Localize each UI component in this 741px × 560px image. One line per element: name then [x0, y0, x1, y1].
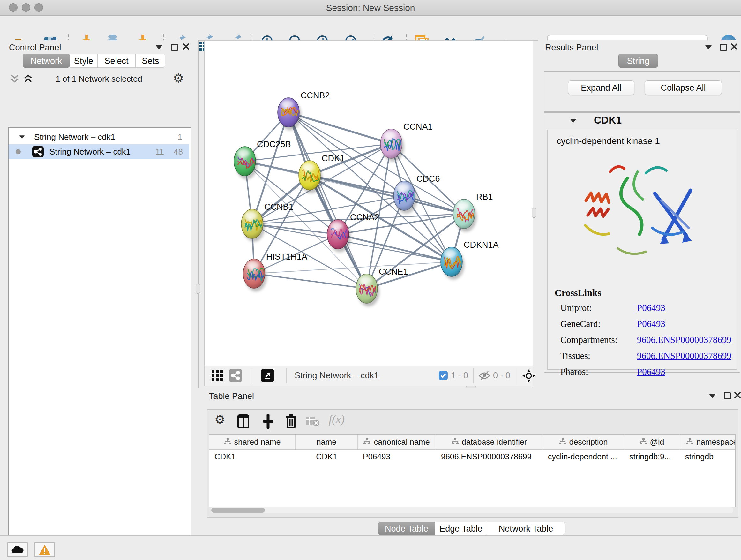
table-cell: P06493 — [358, 450, 436, 463]
crosslink-label: Pharos: — [560, 367, 637, 377]
right-splitter-handle[interactable] — [532, 207, 536, 218]
column-header[interactable]: @id — [624, 435, 680, 449]
crosslink-row: Uniprot:P06493 — [560, 303, 733, 313]
add-column-icon[interactable] — [261, 415, 275, 431]
network-view-title: String Network – cdk1 — [294, 371, 379, 381]
tab-edge-table[interactable]: Edge Table — [435, 522, 487, 535]
close-panel-icon[interactable] — [734, 392, 741, 399]
node-label: CDC25B — [257, 139, 291, 149]
crosslink-label: GeneCard: — [560, 319, 637, 329]
window-title: Session: New Session — [0, 3, 741, 13]
network-node-count: 11 — [155, 147, 164, 157]
column-header[interactable]: description — [543, 435, 624, 449]
column-header[interactable]: name — [295, 435, 358, 449]
collapse-all-networks-icon[interactable] — [10, 74, 20, 84]
network-view-icon[interactable] — [229, 369, 242, 382]
column-header[interactable]: shared name — [209, 435, 295, 449]
column-type-icon — [686, 437, 693, 447]
delete-table-icon-disabled — [306, 416, 320, 432]
show-columns-icon[interactable] — [237, 414, 250, 430]
column-type-icon — [224, 437, 231, 447]
network-edge[interactable] — [310, 175, 464, 214]
network-selection-status: 1 of 1 Network selected — [45, 74, 153, 84]
crosslink-link[interactable]: 9606.ENSP00000378699 — [637, 334, 731, 345]
scrollbar-thumb[interactable] — [211, 508, 265, 513]
crosslink-row: Pharos:P06493 — [560, 367, 733, 377]
left-splitter-handle[interactable] — [196, 284, 200, 294]
node-table: shared namenamecanonical namedatabase id… — [209, 434, 736, 507]
node-label: CDK1 — [322, 153, 345, 163]
expand-all-button[interactable]: Expand All — [568, 80, 634, 95]
crosslink-label: Uniprot: — [560, 303, 637, 313]
column-type-icon — [640, 437, 647, 447]
gene-description: cyclin-dependent kinase 1 — [556, 136, 660, 146]
detach-view-icon[interactable] — [261, 369, 274, 382]
cloud-icon — [11, 545, 24, 555]
table-horizontal-scrollbar[interactable] — [211, 507, 733, 513]
tab-select[interactable]: Select — [97, 54, 136, 68]
collapse-all-button[interactable]: Collapse All — [645, 80, 722, 95]
float-panel-icon[interactable] — [724, 392, 731, 399]
column-header[interactable]: canonical name — [358, 435, 436, 449]
column-type-icon — [559, 437, 566, 447]
collection-count: 1 — [178, 132, 182, 142]
cloud-button[interactable] — [7, 543, 28, 557]
crosslink-link[interactable]: P06493 — [637, 319, 665, 329]
crosslink-link[interactable]: 9606.ENSP00000378699 — [637, 351, 731, 361]
network-row[interactable]: String Network – cdk1 11 48 — [9, 144, 189, 159]
table-row[interactable]: CDK1CDK1P064939606.ENSP00000378699cyclin… — [209, 450, 735, 463]
table-options-gear-icon[interactable]: ⚙ — [214, 414, 225, 430]
network-edge[interactable] — [288, 112, 367, 289]
warnings-button[interactable] — [35, 543, 55, 557]
birdseye-navigator-icon[interactable] — [522, 369, 536, 383]
float-panel-icon[interactable] — [720, 44, 727, 51]
network-edge[interactable] — [288, 112, 391, 144]
control-panel: Control Panel Network Style Select Sets … — [0, 40, 199, 535]
tab-sets[interactable]: Sets — [136, 54, 165, 68]
status-bar: Memory — [0, 536, 741, 560]
close-panel-icon[interactable] — [731, 43, 738, 50]
network-graph[interactable]: CCNB2CCNA1CDC25BCDK1CDC6RB1CCNB1CCNA2CDK… — [205, 41, 533, 366]
tab-node-table[interactable]: Node Table — [378, 522, 435, 535]
main-toolbar: ? — [0, 16, 741, 41]
node-label: CDC6 — [416, 174, 440, 184]
grid-view-icon[interactable] — [212, 370, 223, 381]
network-node-ccnb2[interactable]: CCNB2 — [278, 91, 330, 130]
expand-all-networks-icon[interactable] — [23, 74, 34, 84]
tab-network[interactable]: Network — [23, 54, 70, 68]
gene-details: cyclin-dependent kinase 1 CrossLinks Uni… — [547, 130, 737, 370]
network-edge[interactable] — [252, 224, 338, 234]
gene-expander-icon[interactable] — [570, 119, 576, 123]
column-header-label: @id — [650, 437, 664, 447]
tab-style[interactable]: Style — [70, 54, 97, 68]
close-panel-icon[interactable] — [183, 43, 190, 50]
collapse-panel-icon[interactable] — [709, 394, 716, 398]
table-cell: CDK1 — [209, 450, 295, 463]
gene-name: CDK1 — [594, 114, 622, 126]
tab-string[interactable]: String — [618, 54, 658, 68]
network-canvas[interactable]: CCNB2CCNA1CDC25BCDK1CDC6RB1CCNB1CCNA2CDK… — [204, 40, 533, 366]
network-node-ccna1[interactable]: CCNA1 — [381, 122, 433, 162]
column-header[interactable]: namespace — [680, 435, 736, 449]
crosslink-link[interactable]: P06493 — [637, 303, 665, 313]
window-titlebar: Session: New Session — [0, 0, 741, 16]
collection-expander-icon[interactable] — [19, 135, 24, 138]
selected-checkbox-icon[interactable] — [439, 371, 448, 380]
network-node-ccne1[interactable]: CCNE1 — [356, 267, 408, 307]
node-label: CCNE1 — [379, 267, 408, 276]
collapse-panel-icon[interactable] — [705, 45, 712, 50]
crosslinks-title: CrossLinks — [555, 287, 601, 298]
collapse-panel-icon[interactable] — [156, 45, 162, 50]
column-header[interactable]: database identifier — [436, 435, 543, 449]
network-options-gear-icon[interactable]: ⚙ — [173, 72, 184, 84]
tab-network-table[interactable]: Network Table — [487, 522, 565, 535]
network-node-cdkn1a[interactable]: CDKN1A — [441, 240, 499, 280]
float-panel-icon[interactable] — [171, 44, 178, 51]
crosslink-link[interactable]: P06493 — [637, 367, 665, 377]
column-header-label: shared name — [234, 437, 281, 447]
network-node-rb1[interactable]: RB1 — [453, 192, 493, 232]
delete-column-icon[interactable] — [285, 413, 297, 430]
table-cell: 9606.ENSP00000378699 — [436, 450, 543, 463]
network-edge[interactable] — [254, 273, 367, 289]
network-collection-row[interactable]: String Network – cdk1 1 — [9, 130, 189, 144]
